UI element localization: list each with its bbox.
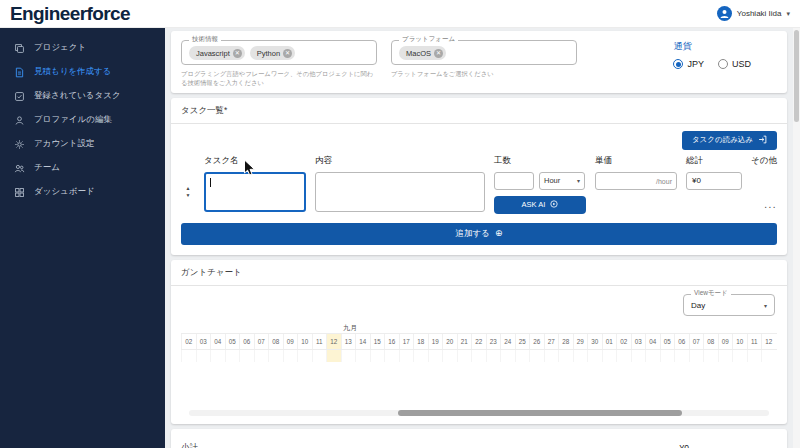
platform-field[interactable]: プラットフォーム MacOS✕	[391, 40, 577, 65]
gantt-grid	[181, 350, 777, 362]
gantt-day-header: 25	[515, 334, 530, 349]
gantt-day-header: 19	[428, 334, 443, 349]
more-options-button[interactable]: ...	[764, 200, 777, 210]
gantt-day-header: 03	[196, 334, 211, 349]
gantt-cell	[283, 350, 298, 362]
subtotal-label: 小計	[181, 442, 198, 448]
logo-text-light: force	[87, 3, 130, 24]
gantt-cell	[384, 350, 399, 362]
gantt-day-header: 06	[674, 334, 689, 349]
gantt-day-header: 10	[732, 334, 747, 349]
gantt-day-header: 16	[384, 334, 399, 349]
sidebar-item-profile[interactable]: プロファイルの編集	[0, 108, 165, 132]
play-circle-icon	[550, 200, 558, 210]
gantt-cell	[442, 350, 457, 362]
chip-label: Javascript	[196, 49, 230, 58]
chip: Javascript✕	[189, 46, 245, 60]
arrow-down-icon: ▼	[186, 192, 191, 199]
gantt-cell	[645, 350, 660, 362]
chevron-down-icon: ▾	[577, 177, 580, 184]
sidebar-item-label: プロファイルの編集	[34, 114, 112, 126]
chip-label: MacOS	[406, 49, 431, 58]
sidebar-item-dashboard[interactable]: ダッシュボード	[0, 180, 165, 204]
gantt-cell	[239, 350, 254, 362]
vertical-scrollbar-thumb[interactable]	[794, 30, 799, 122]
hours-unit-select[interactable]: Hour ▾	[539, 172, 585, 190]
main-content: 技術情報 Javascript✕Python✕ プログラミング言語やフレームワー…	[165, 28, 793, 448]
currency-radio-usd[interactable]: USD	[718, 59, 751, 69]
arrow-up-icon: ▲	[186, 185, 191, 192]
sidebar-item-estimate[interactable]: 見積もりを作成する	[0, 60, 165, 84]
sidebar-item-label: アカウント設定	[34, 138, 95, 150]
currency-radio-jpy[interactable]: JPY	[673, 59, 704, 69]
sidebar-item-label: 登録されているタスク	[34, 90, 121, 102]
unit-price-input[interactable]: /hour	[595, 172, 677, 190]
unit-price-column-label: 単価	[595, 155, 677, 167]
project-icon	[14, 43, 25, 54]
content-input[interactable]	[315, 172, 485, 212]
gantt-hscrollbar-track[interactable]	[189, 410, 769, 416]
load-tasks-button[interactable]: タスクの読み込み	[682, 131, 777, 150]
gantt-day-header: 13	[341, 334, 356, 349]
sidebar-item-tasks[interactable]: 登録されているタスク	[0, 84, 165, 108]
gantt-cell	[529, 350, 544, 362]
gantt-cell	[486, 350, 501, 362]
hours-input[interactable]	[494, 172, 534, 190]
gantt-cell	[631, 350, 646, 362]
logo[interactable]: Engineerforce	[10, 4, 130, 23]
platform-chips: MacOS✕	[399, 46, 569, 60]
chip-remove-icon[interactable]: ✕	[434, 49, 443, 58]
import-icon	[758, 135, 767, 146]
gantt-cell	[341, 350, 356, 362]
view-mode-label: Viewモード	[691, 290, 731, 297]
sidebar-item-label: 見積もりを作成する	[34, 66, 112, 78]
hours-unit-value: Hour	[544, 176, 560, 185]
tech-helper-text: プログラミング言語やフレームワーク、その他プロジェクトに関わる技術情報をご入力く…	[181, 69, 377, 88]
gantt-day-header: 10	[297, 334, 312, 349]
plus-circle-icon: ⊕	[495, 229, 503, 238]
gantt-day-header: 07	[689, 334, 704, 349]
sidebar-item-team[interactable]: チーム	[0, 156, 165, 180]
view-mode-select[interactable]: Viewモード Day ▾	[683, 294, 775, 316]
currency-group: 通貨 JPYUSD	[673, 40, 777, 69]
chip-remove-icon[interactable]: ✕	[283, 49, 292, 58]
currency-option-label: JPY	[687, 59, 704, 69]
divider	[171, 285, 787, 286]
task-name-input[interactable]	[204, 172, 306, 212]
logo-text-bold: Engineer	[10, 3, 87, 24]
gantt-day-header: 04	[645, 334, 660, 349]
radio-selected-icon	[673, 59, 683, 69]
tech-info-field[interactable]: 技術情報 Javascript✕Python✕	[181, 40, 377, 65]
vertical-scrollbar-track[interactable]	[793, 28, 800, 448]
gantt-chart: 九月 0203040506070809101112131415161718192…	[181, 322, 777, 416]
gantt-day-header: 12	[326, 334, 341, 349]
gantt-cell	[703, 350, 718, 362]
gantt-cell	[254, 350, 269, 362]
user-menu[interactable]: Yoshiaki Iida ▾	[717, 6, 790, 21]
gantt-cell	[587, 350, 602, 362]
gantt-day-header: 11	[312, 334, 327, 349]
tech-chips: Javascript✕Python✕	[189, 46, 369, 60]
chip: MacOS✕	[399, 46, 446, 60]
sidebar-item-project[interactable]: プロジェクト	[0, 36, 165, 60]
sidebar-item-settings[interactable]: アカウント設定	[0, 132, 165, 156]
gantt-cell	[370, 350, 385, 362]
add-task-button[interactable]: 追加する ⊕	[181, 223, 777, 245]
gantt-day-header: 14	[355, 334, 370, 349]
gantt-card: ガントチャート Viewモード Day ▾ 九月 020304050607080…	[171, 260, 787, 424]
chip-remove-icon[interactable]: ✕	[233, 49, 242, 58]
gantt-empty-area	[181, 362, 777, 406]
gantt-day-header: 18	[413, 334, 428, 349]
view-mode-row: Viewモード Day ▾	[183, 294, 775, 316]
platform-label: プラットフォーム	[399, 36, 458, 43]
gantt-cell	[210, 350, 225, 362]
horizontal-scrollbar-thumb[interactable]	[398, 410, 682, 416]
ask-ai-button[interactable]: ASK AI	[494, 196, 586, 214]
gantt-day-header: 26	[529, 334, 544, 349]
gantt-cell	[747, 350, 762, 362]
currency-label: 通貨	[673, 40, 751, 53]
gantt-month-label: 九月	[343, 323, 357, 333]
drag-handle[interactable]: ▲▼	[181, 172, 195, 212]
gantt-cell	[674, 350, 689, 362]
gantt-day-header: 03	[631, 334, 646, 349]
